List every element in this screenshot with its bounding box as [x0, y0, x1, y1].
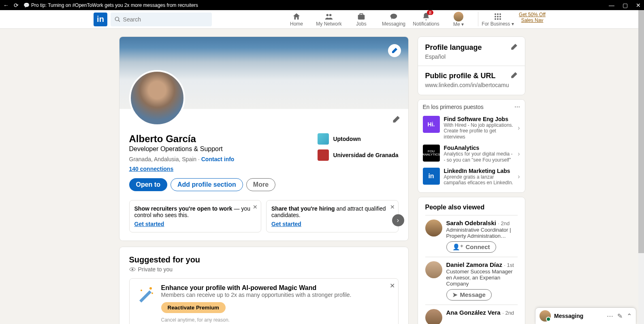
messaging-label: Messaging [554, 313, 603, 319]
chevron-right-icon: › [518, 173, 520, 180]
edit-url-button[interactable] [510, 72, 518, 79]
top-nav: in Home My Network Jobs [0, 10, 644, 29]
send-icon: ➤ [452, 291, 458, 298]
minimize-icon[interactable]: — [609, 2, 614, 9]
nav-network[interactable]: My Network [313, 12, 345, 27]
person-plus-icon: 👤⁺ [452, 243, 463, 251]
get-started-link[interactable]: Get started [271, 221, 301, 227]
nav-jobs[interactable]: Jobs [345, 12, 377, 27]
profile-settings-card: Profile language Español Public profile … [418, 37, 525, 95]
add-section-button[interactable]: Add profile section [171, 178, 243, 191]
connections-link[interactable]: 140 connections [129, 166, 174, 172]
edit-profile-button[interactable] [392, 115, 400, 124]
reload-icon[interactable]: ⟳ [14, 2, 19, 9]
pencil-icon [392, 115, 400, 124]
svg-point-9 [499, 13, 501, 15]
notification-badge: 8 [427, 10, 433, 15]
company-link[interactable]: Uptodown [318, 133, 398, 145]
avatar [425, 220, 442, 237]
svg-point-6 [390, 13, 397, 19]
chat-icon: 💬 [23, 2, 30, 8]
ad-header-text: En los primeros puestos [423, 104, 484, 110]
ad-item[interactable]: in LinkedIn Marketing LabsAprende gratis… [423, 165, 520, 188]
svg-point-19 [141, 290, 142, 291]
vertical-scrollbar[interactable] [638, 10, 644, 324]
open-to-button[interactable]: Open to [129, 178, 167, 191]
chevron-up-icon[interactable]: ⌃ [627, 312, 632, 320]
fouanalytics-logo: FOUANALYTICS [423, 145, 440, 162]
close-icon[interactable]: ✕ [390, 204, 395, 210]
eye-icon [129, 266, 136, 273]
ugr-logo [318, 149, 329, 161]
contact-info-link[interactable]: Contact info [201, 156, 235, 162]
avatar-icon [540, 310, 551, 322]
pav-item[interactable]: Daniel Zamora Díaz · 1st Customer Succes… [425, 257, 518, 305]
pav-item[interactable]: Ana González Vera · 2nd [425, 305, 518, 324]
briefcase-icon [357, 12, 366, 21]
school-link[interactable]: Universidad de Granada [318, 149, 398, 161]
edit-language-button[interactable] [510, 43, 518, 51]
window-titlebar: ← ⟳ 💬 Pro tip: Turning on #OpenToWork ge… [0, 0, 644, 10]
connect-button[interactable]: 👤⁺Connect [446, 241, 496, 253]
more-icon[interactable]: ⋯ [607, 312, 613, 320]
scroll-thumb[interactable] [638, 10, 644, 253]
messaging-overlay[interactable]: Messaging ⋯ ✎ ⌃ [535, 308, 636, 324]
close-icon[interactable]: ✕ [253, 204, 258, 210]
message-button[interactable]: ➤Message [446, 289, 492, 301]
pav-item[interactable]: Sarah Odebralski · 2nd Administrative Co… [425, 215, 518, 257]
nav-messaging[interactable]: Messaging [377, 12, 410, 27]
back-icon[interactable]: ← [3, 2, 9, 9]
suggested-card: Suggested for you Private to you ✕ Enhan… [119, 247, 408, 324]
pencil-icon [391, 47, 398, 54]
lang-title: Profile language [425, 43, 482, 52]
profile-card: Uptodown Universidad de Granada Alberto … [119, 37, 408, 241]
linkedin-logo: in [423, 168, 440, 185]
avatar [425, 309, 442, 324]
suggested-heading: Suggested for you [129, 255, 399, 264]
nav-me[interactable]: Me ▾ [442, 12, 475, 27]
ad-item[interactable]: Hi. Find Software Eng JobsWith Hired - N… [423, 113, 520, 142]
svg-point-11 [497, 16, 499, 17]
linkedin-logo[interactable]: in [94, 13, 107, 26]
nav-divider [478, 12, 478, 26]
uptodown-logo [318, 133, 329, 145]
svg-point-14 [497, 18, 499, 20]
nav-notifications[interactable]: 8 Notifications [410, 12, 442, 27]
search-input[interactable] [123, 16, 208, 23]
avatar-icon [454, 12, 463, 21]
message-icon [389, 12, 398, 21]
svg-point-0 [115, 17, 119, 21]
lang-value: Español [425, 53, 482, 60]
maximize-icon[interactable]: ▢ [623, 2, 628, 9]
chevron-right-icon: › [518, 124, 520, 132]
url-title: Public profile & URL [425, 72, 509, 80]
close-icon[interactable]: ✕ [390, 282, 395, 290]
search-icon [115, 16, 121, 23]
more-button[interactable]: More [246, 178, 275, 191]
search-box[interactable] [111, 13, 212, 26]
hint-hiring: ✕ Share that you're hiring and attract q… [266, 200, 399, 232]
svg-point-8 [497, 13, 499, 15]
close-icon[interactable]: ✕ [636, 2, 641, 9]
hint-open-to-work: ✕ Show recruiters you're open to work — … [129, 200, 262, 232]
svg-point-13 [495, 18, 496, 20]
compose-icon[interactable]: ✎ [617, 312, 623, 320]
nav-business[interactable]: For Business ▾ [482, 12, 514, 27]
svg-point-18 [149, 287, 152, 290]
nav-promo-link[interactable]: Get 50% Off Sales Nav [514, 12, 550, 27]
suggest-title: Enhance your profile with AI-powered Mag… [161, 284, 352, 292]
cover-photo[interactable] [119, 37, 408, 109]
edit-cover-button[interactable] [388, 44, 401, 57]
next-hint-button[interactable]: › [392, 214, 404, 226]
get-started-link[interactable]: Get started [134, 221, 164, 227]
people-icon [324, 12, 333, 21]
ad-item[interactable]: FOUANALYTICS FouAnalyticsAnalytics for y… [423, 142, 520, 165]
nav-home[interactable]: Home [280, 12, 313, 27]
ad-menu-icon[interactable]: ⋯ [514, 104, 520, 110]
magic-wand-icon [135, 284, 156, 305]
suggest-sub: Members can receive up to 2x as many opp… [161, 292, 352, 298]
svg-point-2 [326, 14, 329, 16]
svg-point-20 [151, 292, 153, 294]
reactivate-premium-button[interactable]: Reactivate Premium [161, 302, 226, 313]
promoted-card: En los primeros puestos ⋯ Hi. Find Softw… [418, 100, 525, 192]
